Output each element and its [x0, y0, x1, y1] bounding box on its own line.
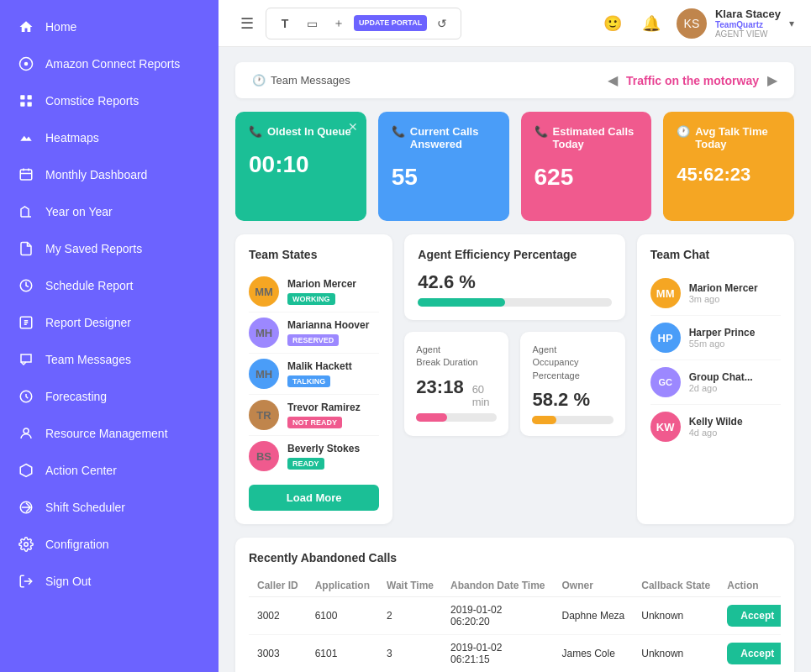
sidebar-label-config: Configration: [45, 538, 109, 551]
agent-avatar-3: TR: [249, 400, 279, 430]
table-row: 3003 6101 3 2019-01-0206:21:15 James Col…: [249, 635, 781, 673]
break-duration-panel: AgentBreak Duration 23:18 60 min: [404, 332, 508, 436]
chat-avatar-1: HP: [650, 323, 681, 353]
chat-name-3: Kelly Wilde: [689, 416, 781, 428]
messages-icon: [17, 350, 35, 369]
phone-icon-current: 📞: [392, 125, 405, 138]
bell-button[interactable]: 🔔: [638, 10, 665, 37]
status-badge-1: RESERVED: [287, 334, 339, 346]
update-portal-button[interactable]: UPDATE PORTAL: [354, 15, 427, 31]
sub-panels: AgentBreak Duration 23:18 60 min AgentOc…: [404, 332, 624, 436]
sidebar-item-config[interactable]: Configration: [0, 526, 219, 563]
sidebar-label-home: Home: [45, 20, 76, 34]
bottom-panels: Team States MM Marion Mercer WORKING MH …: [235, 234, 794, 524]
smiley-button[interactable]: 🙂: [599, 10, 626, 37]
chat-item-1[interactable]: HP Harper Prince 55m ago: [650, 316, 781, 360]
stat-current-value: 55: [392, 164, 496, 191]
abandoned-table-wrap: Caller ID Application Wait Time Abandon …: [249, 575, 781, 672]
cell-application-1: 6101: [307, 635, 378, 673]
agent-avatar-0: MM: [249, 276, 279, 307]
stat-card-avgtalk: 🕐 Avg Talk Time Today 45:62:23: [663, 112, 794, 221]
break-title: AgentBreak Duration: [416, 344, 497, 370]
user-team: TeamQuartz: [715, 20, 781, 29]
sidebar-label-signout: Sign Out: [45, 575, 91, 588]
chat-item-0[interactable]: MM Marion Mercer 3m ago: [650, 271, 781, 316]
chat-item-3[interactable]: KW Kelly Wilde 4d ago: [650, 405, 781, 449]
sidebar-item-comstice[interactable]: Comstice Reports: [0, 82, 219, 119]
sidebar-item-home[interactable]: Home: [0, 8, 219, 45]
sidebar-label-messages: Team Messages: [45, 353, 131, 366]
sidebar: Home Amazon Connect Reports Comstice Rep…: [0, 0, 219, 672]
prev-message-button[interactable]: ◀: [608, 72, 618, 88]
agent-name-0: Marion Mercer: [287, 278, 379, 290]
comstice-icon: [17, 92, 35, 110]
phone-icon-estimated: 📞: [535, 125, 548, 138]
agent-name-4: Beverly Stokes: [287, 443, 379, 454]
phone-icon-oldest: 📞: [249, 125, 262, 138]
close-stat-oldest-button[interactable]: ✕: [348, 120, 358, 134]
sidebar-item-yoy[interactable]: Year on Year: [0, 193, 219, 230]
user-menu[interactable]: KS Klara Stacey TeamQuartz AGENT VIEW ▾: [677, 8, 794, 39]
config-icon: [17, 535, 35, 554]
sidebar-item-monthly[interactable]: Monthly Dashboard: [0, 156, 219, 193]
next-message-button[interactable]: ▶: [767, 72, 777, 88]
accept-button-0[interactable]: Accept: [727, 605, 781, 627]
expand-button[interactable]: ＋: [327, 12, 350, 35]
cell-application-0: 6100: [307, 597, 378, 635]
table-row: 3002 6100 2 2019-01-0206:20:20 Daphne Me…: [249, 597, 781, 635]
sidebar-item-forecasting[interactable]: Forecasting: [0, 378, 219, 415]
sidebar-item-heatmaps[interactable]: Heatmaps: [0, 119, 219, 156]
sidebar-item-action[interactable]: Action Center: [0, 452, 219, 489]
team-messages-label: 🕐 Team Messages: [252, 74, 350, 87]
agent-info-2: Malik Hackett TALKING: [287, 360, 379, 387]
chat-info-1: Harper Prince 55m ago: [689, 327, 781, 349]
sidebar-item-messages[interactable]: Team Messages: [0, 341, 219, 378]
chat-name-2: Group Chat...: [689, 371, 781, 383]
heatmaps-icon: [17, 129, 35, 147]
agent-info-1: Marianna Hoover RESERVED: [287, 319, 379, 346]
sidebar-label-comstice: Comstice Reports: [45, 94, 139, 108]
chat-item-2[interactable]: GC Group Chat... 2d ago: [650, 360, 781, 405]
chat-time-0: 3m ago: [689, 294, 781, 304]
load-more-button[interactable]: Load More: [249, 485, 379, 511]
sidebar-item-amazon[interactable]: Amazon Connect Reports: [0, 45, 219, 82]
sidebar-label-action: Action Center: [45, 464, 117, 477]
accept-button-1[interactable]: Accept: [727, 643, 781, 664]
hamburger-button[interactable]: ☰: [235, 12, 259, 35]
stat-cards-row: 📞 Oldest In Queue ✕ 00:10 📞 Current Call…: [235, 112, 794, 221]
occupancy-progress-wrap: [532, 416, 613, 424]
col-wait-time: Wait Time: [378, 575, 442, 597]
minimize-button[interactable]: ▭: [300, 12, 324, 35]
content-area: 🕐 Team Messages ◀ Traffic on the motorwa…: [219, 47, 811, 672]
cell-owner-0: Daphne Meza: [554, 597, 634, 635]
abandoned-table: Caller ID Application Wait Time Abandon …: [249, 575, 781, 672]
col-action: Action: [719, 575, 781, 597]
cell-action-1: Accept: [719, 635, 781, 673]
sidebar-item-signout[interactable]: Sign Out: [0, 563, 219, 600]
user-details: Klara Stacey TeamQuartz AGENT VIEW: [715, 8, 781, 39]
agent-row-2: MH Malik Hackett TALKING: [249, 354, 379, 395]
agent-name-1: Marianna Hoover: [287, 319, 379, 331]
clock-icon-avgtalk: 🕐: [677, 125, 690, 138]
cell-owner-1: James Cole: [554, 635, 634, 673]
sidebar-item-designer[interactable]: Report Designer: [0, 304, 219, 341]
sidebar-item-shift[interactable]: Shift Scheduler: [0, 489, 219, 526]
cell-wait-time-1: 3: [378, 635, 442, 673]
stat-card-oldest-header: 📞 Oldest In Queue: [249, 125, 353, 138]
agent-info-4: Beverly Stokes READY: [287, 443, 379, 470]
text-size-button[interactable]: T: [273, 12, 297, 35]
sidebar-item-resource[interactable]: Resource Management: [0, 415, 219, 452]
svg-rect-2: [20, 95, 24, 99]
cell-caller-id-0: 3002: [249, 597, 307, 635]
occupancy-value: 58.2 %: [532, 389, 590, 411]
sidebar-item-saved[interactable]: My Saved Reports: [0, 230, 219, 267]
sidebar-label-heatmaps: Heatmaps: [45, 131, 99, 144]
chat-avatar-0: MM: [650, 278, 681, 308]
refresh-button[interactable]: ↺: [430, 12, 454, 35]
signout-icon: [17, 572, 35, 591]
abandoned-calls-section: Recently Abandoned Calls Caller ID Appli…: [235, 538, 794, 672]
team-message-text: Traffic on the motorway: [626, 74, 759, 87]
sidebar-item-schedule[interactable]: Schedule Report: [0, 267, 219, 304]
agent-row-4: BS Beverly Stokes READY: [249, 436, 379, 476]
svg-rect-4: [20, 102, 24, 107]
